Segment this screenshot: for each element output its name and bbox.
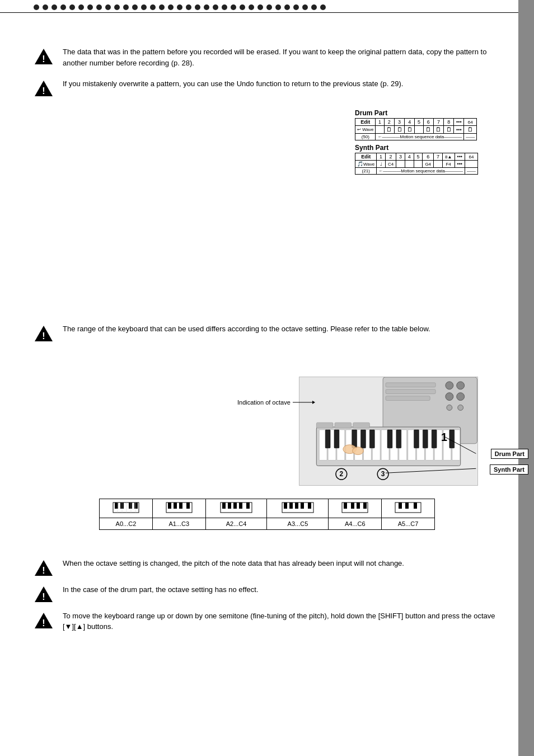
drum-header-row: Edit 12345678 •••64 xyxy=(355,119,477,126)
keyboard-diagram-wrapper: Indication of octave xyxy=(299,377,478,487)
dot xyxy=(249,4,254,10)
svg-rect-32 xyxy=(396,430,401,448)
warning-icon-middle: ! xyxy=(34,325,54,342)
svg-rect-39 xyxy=(316,422,333,428)
octave-range-4: A3...C5 xyxy=(267,518,329,529)
svg-rect-29 xyxy=(361,430,366,448)
octave-icon-row xyxy=(100,499,435,518)
svg-rect-76 xyxy=(233,503,237,509)
octave-icon-1 xyxy=(100,499,153,518)
svg-rect-84 xyxy=(308,503,311,509)
svg-rect-89 xyxy=(363,503,367,509)
dot xyxy=(96,4,102,10)
svg-rect-70 xyxy=(174,503,177,509)
svg-text:1: 1 xyxy=(441,430,447,443)
warning-text-middle: The range of the keyboard that can be us… xyxy=(63,323,500,335)
svg-rect-53 xyxy=(386,382,435,387)
svg-point-51 xyxy=(447,405,452,410)
svg-rect-74 xyxy=(222,503,226,509)
header-bar xyxy=(0,0,534,13)
dot xyxy=(177,4,182,10)
svg-text:!: ! xyxy=(42,592,45,602)
dot xyxy=(195,4,200,10)
body-text-block-2 xyxy=(34,220,358,232)
dot xyxy=(43,4,48,10)
dot xyxy=(34,4,39,10)
svg-point-48 xyxy=(457,381,465,389)
warning-icon-bottom-3: ! xyxy=(34,612,54,630)
synth-part-table: Edit 12345678▲ •••64 🎵Wave ♩ C4 G4 xyxy=(355,153,478,175)
svg-rect-27 xyxy=(334,430,339,448)
svg-rect-71 xyxy=(179,503,182,509)
svg-rect-72 xyxy=(186,503,190,509)
svg-rect-83 xyxy=(301,503,304,509)
svg-text:!: ! xyxy=(42,86,45,96)
octave-icon-2 xyxy=(152,499,205,518)
octave-range-3: A2...C4 xyxy=(205,518,267,529)
svg-point-52 xyxy=(458,405,463,410)
main-content: ! The data that was in the pattern befor… xyxy=(0,13,534,649)
dot xyxy=(240,4,245,10)
dot xyxy=(222,4,227,10)
large-diagram-area: Indication of octave xyxy=(34,377,500,487)
warning-text-bottom-3: To move the keyboard range up or down by… xyxy=(63,611,500,632)
synth-part-tag: Synth Part xyxy=(490,465,528,473)
svg-point-49 xyxy=(446,392,453,400)
dot xyxy=(60,4,66,10)
dot xyxy=(150,4,156,10)
octave-icon-3 xyxy=(205,499,267,518)
dot xyxy=(266,4,272,10)
dot xyxy=(320,4,326,10)
octave-range-6: A5...C7 xyxy=(382,518,435,529)
octave-range-1: A0...C2 xyxy=(100,518,153,529)
dot xyxy=(105,4,111,10)
warning-row-middle: ! The range of the keyboard that can be … xyxy=(34,323,500,344)
dot xyxy=(141,4,147,10)
dot xyxy=(293,4,299,10)
svg-rect-33 xyxy=(414,430,419,448)
drum-wave-row: ↩ Wave 🗒 🗒 🗒 🗒 🗒 🗒 ••• 🗒 xyxy=(355,126,477,134)
indication-of-octave-label: Indication of octave xyxy=(237,399,315,406)
svg-rect-75 xyxy=(228,503,231,509)
octave-range-5: A4...C6 xyxy=(329,518,382,529)
dot xyxy=(123,4,129,10)
dot xyxy=(69,4,75,10)
warning-text-2: If you mistakenly overwrite a pattern, y… xyxy=(63,78,500,90)
warning-text-1: The data that was in the pattern before … xyxy=(63,46,500,68)
svg-rect-35 xyxy=(432,430,437,448)
svg-point-38 xyxy=(353,447,364,454)
diagram-container: Drum Part Edit 12345678 •••64 ↩ Wave 🗒 🗒 xyxy=(355,109,478,175)
octave-range-2: A1...C3 xyxy=(152,518,205,529)
header-dots xyxy=(34,4,326,10)
drum-part-table: Edit 12345678 •••64 ↩ Wave 🗒 🗒 🗒 🗒 xyxy=(355,118,477,140)
synth-part-label: Synth Part xyxy=(355,144,478,152)
svg-rect-41 xyxy=(353,422,370,428)
svg-text:!: ! xyxy=(42,331,45,341)
body-text-block-3 xyxy=(34,237,358,249)
dot xyxy=(311,4,317,10)
octave-range-row: A0...C2 A1...C3 A2...C4 A3...C5 A4...C6 … xyxy=(100,518,435,529)
dot xyxy=(284,4,290,10)
body-text-block-6 xyxy=(34,289,358,300)
drum-part-label: Drum Part xyxy=(355,109,478,117)
svg-text:3: 3 xyxy=(381,470,385,478)
warning-row-bottom-3: ! To move the keyboard range up or down … xyxy=(34,611,500,632)
warning-icon-2: ! xyxy=(34,79,54,97)
octave-table-wrap: A0...C2 A1...C3 A2...C4 A3...C5 A4...C6 … xyxy=(34,499,500,530)
warning-row-1: ! The data that was in the pattern befor… xyxy=(34,46,500,68)
svg-rect-55 xyxy=(386,396,430,400)
indication-arrow xyxy=(293,400,315,405)
warning-text-bottom-2: In the case of the drum part, the octave… xyxy=(63,584,500,595)
drum-part-section: Drum Part Edit 12345678 •••64 ↩ Wave 🗒 🗒 xyxy=(355,109,478,140)
octave-table: A0...C2 A1...C3 A2...C4 A3...C5 A4...C6 … xyxy=(99,499,435,530)
svg-rect-31 xyxy=(387,430,392,448)
synth-header-row: Edit 12345678▲ •••64 xyxy=(355,153,478,161)
svg-rect-91 xyxy=(399,503,402,509)
svg-rect-80 xyxy=(284,503,287,509)
dot xyxy=(51,4,57,10)
svg-point-50 xyxy=(457,392,465,400)
octave-icon-6 xyxy=(382,499,435,518)
svg-rect-34 xyxy=(423,430,428,448)
svg-rect-77 xyxy=(239,503,242,509)
drum-motion-row: (50) ←————Motion sequence data———— —— xyxy=(355,134,477,140)
